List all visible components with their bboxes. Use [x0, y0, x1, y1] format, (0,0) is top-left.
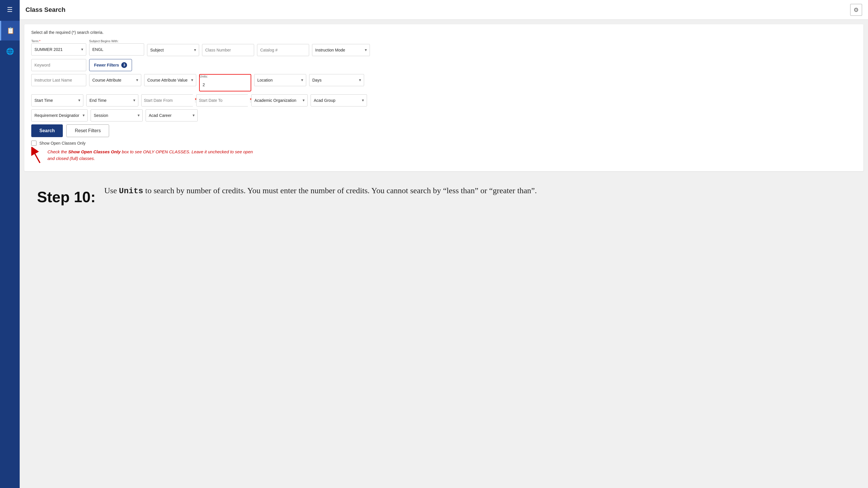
session-select[interactable]: Session — [91, 109, 143, 122]
acad-org-field: Academic Organization ▼ — [251, 94, 308, 106]
course-attr-val-field: Course Attribute Value ▼ — [144, 74, 196, 91]
catalog-field — [257, 39, 309, 56]
term-select[interactable]: SUMMER 2021 — [31, 43, 86, 56]
start-date-to-wrapper: 📅 — [196, 94, 248, 106]
fewer-filters-label: Fewer Filters — [94, 63, 119, 67]
start-time-field: Start Time ▼ — [31, 94, 83, 106]
reset-filters-button[interactable]: Reset Filters — [66, 124, 109, 137]
search-panel: Select all the required (*) search crite… — [24, 24, 863, 171]
main-content: Class Search ⚙ Select all the required (… — [20, 0, 868, 488]
units-input[interactable] — [200, 79, 251, 91]
location-select[interactable]: Location — [254, 74, 306, 86]
location-select-wrapper: Location ▼ — [254, 74, 306, 86]
fewer-filters-wrapper: Fewer Filters 3 — [89, 59, 132, 71]
filter-row-4: Start Time ▼ End Time ▼ 📅 — [31, 94, 857, 106]
start-date-to-input[interactable] — [199, 95, 249, 106]
fewer-filters-button[interactable]: Fewer Filters 3 — [89, 59, 132, 71]
units-field: Units: — [199, 74, 251, 91]
open-classes-section: Show Open Classes Only C — [31, 140, 857, 164]
svg-line-0 — [33, 150, 40, 163]
acad-group-select[interactable]: Acad Group — [311, 94, 367, 106]
keyword-field — [31, 59, 86, 71]
session-field: Session ▼ — [91, 109, 143, 122]
sidebar-item-globe[interactable]: 🌐 — [0, 42, 20, 61]
course-attr-select-wrapper: Course Attribute ▼ — [89, 74, 141, 86]
subject-begins-input[interactable] — [89, 43, 144, 56]
annotation-text: Check the Show Open Classes Only box to … — [48, 149, 256, 162]
instructor-input[interactable] — [31, 74, 86, 86]
instrmode-select-wrapper: Instruction Mode ▼ — [312, 44, 370, 56]
sidebar: ☰ 📋 🌐 — [0, 0, 20, 488]
acad-org-select-wrapper: Academic Organization ▼ — [251, 94, 308, 106]
acad-group-field: Acad Group ▼ — [311, 94, 367, 106]
step-section: Step 10: Use Units to search by number o… — [20, 176, 868, 216]
settings-button[interactable]: ⚙ — [850, 4, 862, 16]
acad-career-select-wrapper: Acad Career ▼ — [146, 109, 198, 122]
location-field: Location ▼ — [254, 74, 306, 91]
course-attr-val-select-wrapper: Course Attribute Value ▼ — [144, 74, 196, 86]
annotation-arrow-svg — [31, 147, 46, 164]
subject-select[interactable]: Subject — [147, 44, 199, 56]
filter-row-1: Term:* SUMMER 2021 ▼ Subject Begins With… — [31, 39, 857, 56]
checkbox-row: Show Open Classes Only — [31, 140, 857, 146]
hamburger-menu-button[interactable]: ☰ — [0, 0, 20, 20]
fewer-filters-badge: 3 — [121, 62, 127, 68]
end-time-select[interactable]: End Time — [86, 94, 138, 106]
units-label: Units: — [200, 75, 251, 78]
gear-icon: ⚙ — [854, 6, 859, 13]
filter-row-3: Course Attribute ▼ Course Attribute Valu… — [31, 74, 857, 91]
filter-row-5: Requirement Designation ▼ Session ▼ Acad… — [31, 109, 857, 122]
catalog-input[interactable] — [257, 44, 309, 56]
header: Class Search ⚙ — [20, 0, 868, 20]
course-attr-field: Course Attribute ▼ — [89, 74, 141, 91]
req-desig-select-wrapper: Requirement Designation ▼ — [31, 109, 88, 122]
end-time-select-wrapper: End Time ▼ — [86, 94, 138, 106]
panel-instruction: Select all the required (*) search crite… — [31, 30, 857, 35]
days-select-wrapper: Days ▼ — [309, 74, 364, 86]
sidebar-item-classes[interactable]: 📋 — [0, 21, 20, 40]
term-label: Term:* — [31, 39, 86, 43]
term-field: Term:* SUMMER 2021 ▼ — [31, 39, 86, 56]
instructor-field — [31, 74, 86, 91]
instruction-mode-field: Instruction Mode ▼ — [312, 39, 370, 56]
start-date-from-input[interactable] — [144, 95, 194, 106]
start-date-to-field: 📅 — [196, 94, 248, 106]
req-desig-select[interactable]: Requirement Designation — [31, 109, 88, 122]
search-button[interactable]: Search — [31, 124, 63, 137]
acad-career-field: Acad Career ▼ — [146, 109, 198, 122]
course-attr-val-select[interactable]: Course Attribute Value — [144, 74, 196, 86]
page-title: Class Search — [26, 6, 65, 13]
acad-career-select[interactable]: Acad Career — [146, 109, 198, 122]
start-time-select[interactable]: Start Time — [31, 94, 83, 106]
acad-org-select[interactable]: Academic Organization — [251, 94, 308, 106]
step-label: Step 10: — [37, 185, 95, 207]
subject-begins-field: Subject Begins With: — [89, 39, 144, 56]
start-date-from-field: 📅 — [141, 94, 193, 106]
session-select-wrapper: Session ▼ — [91, 109, 143, 122]
arrow-container — [31, 147, 46, 164]
globe-icon: 🌐 — [6, 48, 14, 55]
term-select-wrapper: SUMMER 2021 ▼ — [31, 43, 86, 56]
start-date-from-wrapper: 📅 — [141, 94, 193, 106]
subject-select-wrapper: Subject ▼ — [147, 44, 199, 56]
class-number-input[interactable] — [202, 44, 254, 56]
annotation-area: Check the Show Open Classes Only box to … — [31, 147, 857, 164]
course-attr-select[interactable]: Course Attribute — [89, 74, 141, 86]
show-open-classes-label: Show Open Classes Only — [39, 141, 86, 145]
class-number-field — [202, 39, 254, 56]
end-time-field: End Time ▼ — [86, 94, 138, 106]
subject-begins-label: Subject Begins With: — [89, 39, 144, 43]
instrmode-select[interactable]: Instruction Mode — [312, 44, 370, 56]
days-select[interactable]: Days — [309, 74, 364, 86]
action-buttons-row: Search Reset Filters — [31, 124, 857, 137]
start-time-select-wrapper: Start Time ▼ — [31, 94, 83, 106]
step-description: Use Units to search by number of credits… — [104, 185, 537, 197]
hamburger-icon: ☰ — [7, 6, 13, 13]
acad-group-select-wrapper: Acad Group ▼ — [311, 94, 367, 106]
filter-row-2: Fewer Filters 3 — [31, 59, 857, 71]
days-field: Days ▼ — [309, 74, 364, 91]
req-desig-field: Requirement Designation ▼ — [31, 109, 88, 122]
keyword-input[interactable] — [31, 59, 86, 71]
show-open-classes-checkbox[interactable] — [31, 140, 36, 146]
subject-field: Subject ▼ — [147, 39, 199, 56]
